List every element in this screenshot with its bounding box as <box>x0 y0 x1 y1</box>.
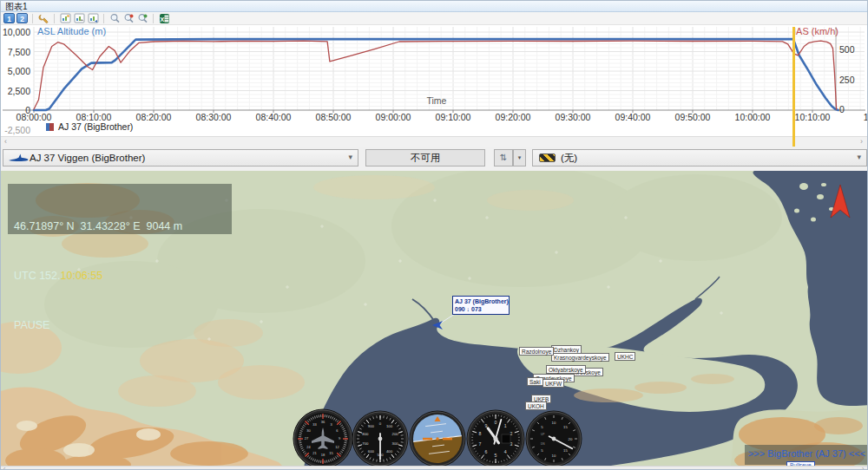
zoom-in-icon[interactable] <box>136 13 148 24</box>
svg-text:15: 15 <box>329 451 333 455</box>
chart-scroll-right-icon[interactable]: › <box>860 137 863 147</box>
map-place-label: UKFW <box>542 379 564 388</box>
map-place-label: Saki <box>527 377 543 386</box>
toolbar-separator <box>153 14 154 23</box>
utc-time: 10:06:55 <box>61 270 103 282</box>
aircraft-selector[interactable]: AJ 37 Viggen (BigBrother) ▾ <box>3 149 358 166</box>
svg-text:33: 33 <box>312 422 317 427</box>
aircraft-selector-value: AJ 37 Viggen (BigBrother) <box>30 153 145 163</box>
time-tick-label: 09:10:00 <box>427 112 479 122</box>
svg-text:0: 0 <box>495 420 497 425</box>
svg-text:400: 400 <box>386 449 393 454</box>
chart-scroll-left-icon[interactable]: ‹ <box>4 137 7 147</box>
ias-tick-label: 0 <box>839 104 845 114</box>
aircraft-icon <box>7 152 30 164</box>
chart-toolbar: 1 2 X <box>1 12 868 25</box>
time-tick-label: 08:30:00 <box>187 112 240 122</box>
airspeed-indicator: 0100200300400500600700800900 <box>352 411 408 467</box>
svg-text:15: 15 <box>563 448 568 453</box>
svg-text:9: 9 <box>484 423 487 428</box>
svg-text:DN: DN <box>541 442 545 446</box>
map-place-label: Krasnogvardeyskoye <box>551 353 609 362</box>
map-scroll-left-icon[interactable]: ‹ <box>3 467 5 470</box>
svg-text:8: 8 <box>478 431 481 436</box>
page-1-button[interactable]: 1 <box>3 13 15 23</box>
swap-labels-dropdown[interactable]: ▾ <box>513 149 526 166</box>
telemetry-filter-value: (无) <box>561 152 577 165</box>
heading-indicator: 363691215182124273033 <box>293 409 352 468</box>
zoom-reset-icon[interactable] <box>108 13 121 24</box>
time-tick-label: 10:2 <box>846 112 868 122</box>
svg-text:200: 200 <box>392 432 399 436</box>
toolbar-separator <box>32 14 33 23</box>
svg-text:21: 21 <box>312 451 317 455</box>
alt-tick-label: 5,000 <box>1 66 30 76</box>
time-tick-label: 09:30:00 <box>547 112 599 122</box>
svg-text:6: 6 <box>484 449 487 454</box>
excel-export-icon[interactable]: X <box>158 13 170 24</box>
svg-text:10: 10 <box>552 421 556 425</box>
toolbar-separator <box>54 14 55 23</box>
telemetry-filter-selector[interactable]: (无) ▾ <box>532 149 867 166</box>
aircraft-label[interactable]: AJ 37 (BigBrother) 090 ↓ 073 <box>452 296 510 315</box>
svg-text:12: 12 <box>335 445 339 449</box>
svg-text:24: 24 <box>306 445 311 449</box>
altimeter: 0123456789 <box>467 410 524 467</box>
svg-text:36: 36 <box>321 420 326 424</box>
time-tick-label: 08:20:00 <box>128 112 180 122</box>
svg-text:900: 900 <box>368 424 375 428</box>
svg-text:4: 4 <box>504 449 507 454</box>
map-scrollbar[interactable]: ‹ › <box>1 466 868 470</box>
time-tick-label: 08:00:00 <box>8 112 60 122</box>
map-place-label: Oktyabrskoye <box>546 365 586 374</box>
chevron-down-icon: ▾ <box>348 153 352 161</box>
toolbar-separator <box>103 14 104 23</box>
page-2-button[interactable]: 2 <box>16 13 28 23</box>
chevron-down-icon: ▾ <box>857 153 861 161</box>
ias-tick-label: 500 <box>839 44 855 55</box>
time-tick-label: 08:40:00 <box>247 112 299 122</box>
alt-tick-label: 7,500 <box>1 47 30 57</box>
map-scroll-right-icon[interactable]: › <box>862 467 864 470</box>
utc-readout: UTC 152.10:06:55 <box>14 268 232 284</box>
time-tick-label: 09:40:00 <box>607 112 659 122</box>
chart-scrollbar[interactable]: ‹ › <box>1 136 868 147</box>
availability-button[interactable]: 不可用 <box>365 149 485 166</box>
alt-tick-label: 2,500 <box>1 86 30 96</box>
map-place-label: UKHC <box>615 352 635 361</box>
time-tick-label: 09:20:00 <box>487 112 539 122</box>
alt-axis-label: ASL Altitude (m) <box>37 26 106 36</box>
svg-text:100: 100 <box>386 424 393 428</box>
swap-labels-button[interactable]: ⇅ <box>494 149 513 166</box>
svg-text:27: 27 <box>305 436 309 441</box>
export-chart-icon[interactable] <box>87 13 99 24</box>
alt-tick-label: 10,000 <box>1 27 30 37</box>
wrench-icon[interactable] <box>37 13 49 24</box>
copy-chart-icon[interactable] <box>59 13 71 24</box>
svg-text:UP: UP <box>541 433 544 436</box>
zoom-out-icon[interactable] <box>122 13 135 24</box>
chart-panel-title[interactable]: 图表1 <box>1 1 868 12</box>
time-tick-label: 10:00:00 <box>727 112 779 122</box>
ias-axis-label: IAS (km/h) <box>793 26 838 36</box>
current-time-marker[interactable] <box>792 27 794 147</box>
telemetry-overlay: 46.71897° N 31.43228° E 9044 m UTC 152.1… <box>8 184 232 234</box>
time-axis-label: Time <box>418 95 456 106</box>
ias-tick-label: 250 <box>839 75 855 85</box>
svg-text:18: 18 <box>321 453 326 457</box>
svg-text:10: 10 <box>552 454 556 458</box>
map-place-label: UKOH <box>525 401 547 410</box>
svg-text:700: 700 <box>362 441 369 446</box>
position-readout: 46.71897° N 31.43228° E 9044 m <box>14 219 232 235</box>
svg-text:1: 1 <box>504 423 507 428</box>
svg-text:15: 15 <box>563 425 568 429</box>
svg-text:5: 5 <box>495 453 497 458</box>
svg-text:800: 800 <box>362 432 369 436</box>
svg-text:X: X <box>160 15 164 23</box>
map-place-label: Razdolnoye <box>519 347 554 356</box>
pause-status: PAUSE <box>14 317 232 334</box>
legend-label: AJ 37 (BigBrother) <box>58 121 133 132</box>
time-tick-label: 08:50:00 <box>307 112 359 122</box>
svg-text:600: 600 <box>368 449 375 454</box>
save-chart-icon[interactable] <box>73 13 85 24</box>
